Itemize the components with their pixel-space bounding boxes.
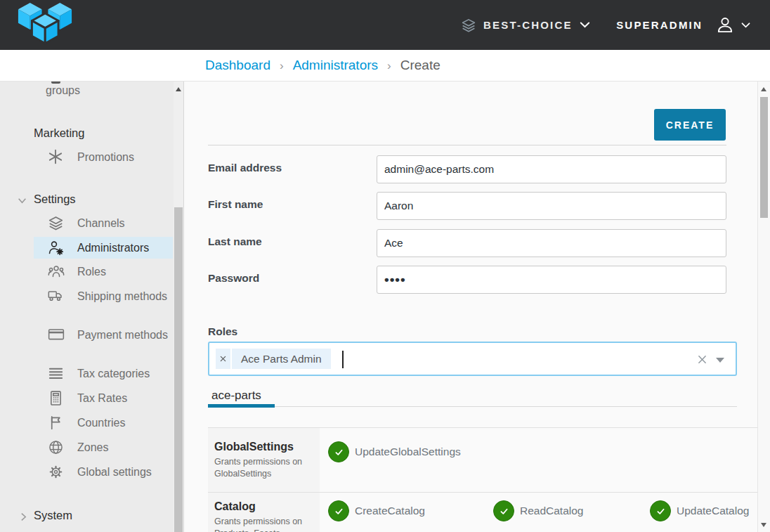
chevron-right-icon[interactable] — [18, 512, 29, 522]
permission-label: CreateCatalog — [355, 505, 425, 517]
tab-ace-parts[interactable]: ace-parts — [211, 389, 261, 403]
table-row: GlobalSettings Grants permissions on Glo… — [208, 428, 757, 493]
password-field[interactable] — [377, 266, 726, 294]
sidebar-item-countries[interactable]: Countries — [0, 413, 173, 434]
sidebar-item-groups-partial[interactable]: groups — [46, 84, 80, 97]
table-row: Catalog Grants permissions on Products, … — [208, 493, 757, 532]
sidebar-item-payment-methods[interactable]: Payment methods — [0, 325, 173, 363]
sidebar-scrollbar[interactable] — [174, 82, 184, 532]
layers-icon — [461, 18, 476, 33]
email-field[interactable] — [377, 155, 726, 183]
permission-label: UpdateCatalog — [677, 505, 749, 517]
username-label: SUPERADMIN — [616, 19, 703, 31]
main-scrollbar[interactable] — [757, 82, 770, 532]
globe-icon — [48, 439, 65, 456]
tab-bar-line — [208, 406, 737, 407]
chevron-down-icon — [580, 22, 590, 28]
permissions-table: GlobalSettings Grants permissions on Glo… — [208, 427, 757, 532]
password-label: Password — [208, 272, 259, 285]
truck-icon — [48, 288, 65, 305]
sidebar-item-label: Administrators — [77, 242, 149, 254]
last-name-label: Last name — [208, 235, 262, 248]
sidebar-item-promotions[interactable]: Promotions — [0, 147, 173, 168]
administrator-icon — [48, 240, 65, 257]
sidebar-item-label: Channels — [77, 217, 125, 229]
permission-group-header: GlobalSettings Grants permissions on Glo… — [208, 428, 320, 492]
scroll-up-arrow[interactable] — [761, 87, 766, 91]
list-icon — [48, 365, 65, 382]
sidebar-item-global-settings[interactable]: Global settings — [0, 462, 173, 483]
credit-card-icon — [48, 327, 65, 344]
permission-group-description: Grants permissions on GlobalSettings — [214, 456, 314, 479]
scrollbar-thumb[interactable] — [760, 97, 768, 218]
sidebar-nav: groups Marketing Promotions Settings Cha… — [0, 82, 174, 532]
calculator-icon — [48, 390, 65, 407]
role-chip-label: Ace Parts Admin — [232, 349, 331, 369]
breadcrumb-dashboard[interactable]: Dashboard — [205, 58, 270, 73]
sidebar-section-system[interactable]: System — [34, 509, 72, 522]
user-icon — [715, 15, 735, 35]
scroll-up-arrow[interactable] — [176, 87, 181, 91]
sidebar-item-roles[interactable]: Roles — [0, 261, 173, 283]
clear-selection-icon[interactable] — [698, 355, 707, 364]
app-window: BEST-CHOICE SUPERADMIN D — [0, 0, 770, 532]
text-cursor — [342, 351, 344, 368]
sidebar-item-zones[interactable]: Zones — [0, 437, 173, 458]
permission-group-title: GlobalSettings — [214, 441, 314, 453]
sidebar-item-label: Promotions — [77, 151, 134, 163]
checked-toggle-icon — [328, 500, 349, 521]
dropdown-caret-icon[interactable] — [716, 358, 724, 363]
create-button[interactable]: CREATE — [654, 109, 726, 141]
sidebar-section-marketing[interactable]: Marketing — [34, 126, 84, 140]
checked-toggle-icon — [328, 441, 349, 462]
last-name-field[interactable] — [377, 229, 726, 257]
remove-chip-button[interactable] — [216, 349, 230, 369]
permission-toggle-createcatalog[interactable]: CreateCatalog — [328, 500, 425, 521]
breadcrumb-current: Create — [400, 58, 441, 73]
clipped-item-icon — [51, 82, 60, 84]
cog-icon — [48, 464, 65, 481]
scroll-down-arrow[interactable] — [761, 523, 766, 527]
sidebar-item-label: Tax categories — [77, 368, 150, 379]
breadcrumb-separator: › — [280, 58, 284, 73]
breadcrumb-separator: › — [387, 58, 391, 73]
breadcrumb-administrators[interactable]: Administrators — [293, 58, 378, 73]
user-menu[interactable]: SUPERADMIN — [616, 0, 750, 50]
permission-group-header: Catalog Grants permissions on Products, … — [208, 493, 320, 532]
vendure-logo[interactable] — [15, 3, 74, 46]
topbar: BEST-CHOICE SUPERADMIN — [0, 0, 770, 50]
checked-toggle-icon — [650, 500, 671, 521]
roles-label: Roles — [208, 325, 237, 338]
permission-toggle-updatecatalog[interactable]: UpdateCatalog — [650, 500, 749, 521]
permission-group-title: Catalog — [214, 500, 314, 513]
chevron-down-icon — [741, 22, 750, 28]
sidebar-item-tax-rates[interactable]: Tax Rates — [0, 388, 173, 409]
sidebar-item-label: Global settings — [77, 466, 152, 478]
breadcrumb: Dashboard › Administrators › Create — [0, 50, 770, 82]
sidebar-item-label: Payment methods — [77, 329, 168, 341]
sidebar-item-channels[interactable]: Channels — [0, 213, 173, 234]
first-name-field[interactable] — [377, 192, 726, 220]
role-chip: Ace Parts Admin — [216, 349, 331, 369]
flag-icon — [48, 415, 65, 432]
permission-label: ReadCatalog — [520, 505, 583, 517]
asterisk-icon — [48, 149, 65, 166]
first-name-label: First name — [208, 198, 263, 211]
sidebar-item-administrators[interactable]: Administrators — [34, 237, 173, 259]
scrollbar-thumb[interactable] — [174, 207, 183, 532]
sidebar-item-label: Countries — [77, 417, 125, 429]
chevron-down-icon[interactable] — [17, 195, 27, 206]
checked-toggle-icon — [493, 500, 514, 521]
sidebar-item-tax-categories[interactable]: Tax categories — [0, 363, 173, 384]
permission-toggle-readcatalog[interactable]: ReadCatalog — [493, 500, 583, 521]
main-content: CREATE Email address First name Last nam… — [184, 82, 757, 532]
email-label: Email address — [208, 162, 282, 174]
sidebar-section-settings[interactable]: Settings — [34, 193, 76, 206]
permission-toggle-updateglobalsettings[interactable]: UpdateGlobalSettings — [328, 441, 461, 462]
channel-switcher[interactable]: BEST-CHOICE — [461, 0, 590, 50]
active-channel-label: BEST-CHOICE — [483, 19, 573, 31]
roles-multiselect[interactable]: Ace Parts Admin — [208, 342, 737, 376]
sidebar-item-shipping-methods[interactable]: Shipping methods — [0, 286, 173, 324]
sidebar-item-label: Roles — [77, 266, 106, 278]
active-tab-underline — [208, 404, 275, 408]
